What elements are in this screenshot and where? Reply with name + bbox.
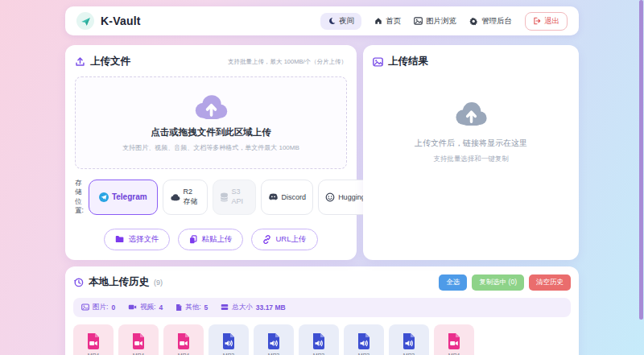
stat-file-icon bbox=[175, 303, 182, 312]
file-card[interactable]: MP3 bbox=[208, 324, 249, 355]
history-panel: 本地上传历史 (9) 全选 复制选中 (0) 清空历史 图片:0 视频:4 其他… bbox=[65, 266, 579, 355]
logout-button[interactable]: 退出 bbox=[525, 12, 568, 31]
database-icon bbox=[220, 192, 229, 202]
clear-history-button[interactable]: 清空历史 bbox=[529, 275, 571, 291]
app-title: K-Vault bbox=[101, 14, 141, 27]
file-card[interactable]: MP3 bbox=[389, 324, 429, 355]
stat-storage-icon bbox=[221, 303, 229, 311]
paper-plane-icon bbox=[80, 16, 91, 27]
video-file-icon bbox=[84, 332, 103, 351]
history-actions: 全选 复制选中 (0) 清空历史 bbox=[439, 275, 571, 291]
telegram-icon bbox=[99, 192, 109, 202]
upload-tray-icon bbox=[75, 56, 85, 67]
stat-image-icon bbox=[81, 303, 89, 311]
top-nav: 夜间 首页 图片浏览 管理后台 退出 bbox=[320, 12, 568, 31]
file-card-list: MP4MP4MP4MP3MP3MP3MP3MP3MP4 bbox=[73, 324, 571, 355]
nav-admin[interactable]: 管理后台 bbox=[469, 16, 512, 27]
video-file-icon bbox=[174, 332, 193, 351]
history-count: (9) bbox=[154, 279, 163, 287]
audio-file-icon bbox=[264, 332, 283, 351]
huggingface-icon bbox=[325, 192, 335, 202]
select-all-button[interactable]: 全选 bbox=[439, 275, 467, 291]
upload-actions-row: 选择文件 粘贴上传 URL上传 bbox=[75, 229, 347, 250]
storage-option-r2[interactable]: R2 存储 bbox=[163, 180, 208, 215]
file-card[interactable]: MP3 bbox=[344, 324, 384, 355]
nav-home[interactable]: 首页 bbox=[374, 16, 401, 27]
moon-icon bbox=[328, 17, 336, 25]
file-card[interactable]: MP4 bbox=[73, 324, 114, 355]
upload-cloud-icon bbox=[192, 93, 230, 121]
page-scrollbar[interactable] bbox=[639, 0, 643, 320]
history-title: 本地上传历史 bbox=[89, 275, 149, 289]
storage-option-s3: S3 API bbox=[213, 180, 256, 215]
stat-total-size: 总大小33.17 MB bbox=[221, 303, 285, 312]
audio-file-icon bbox=[309, 332, 328, 351]
audio-file-icon bbox=[219, 332, 238, 351]
upload-hint: 支持批量上传，最大 100MB/个（分片上传） bbox=[228, 58, 347, 66]
file-card[interactable]: MP3 bbox=[254, 324, 294, 355]
results-empty-state: 上传文件后，链接将显示在这里 支持批量选择和一键复制 bbox=[373, 101, 569, 164]
image-icon bbox=[414, 17, 423, 25]
dropzone-sub-text: 支持图片、视频、音频、文档等多种格式，单文件最大 100MB bbox=[122, 143, 299, 152]
folder-icon bbox=[115, 235, 124, 243]
audio-file-icon bbox=[399, 332, 419, 351]
page-container: K-Vault 夜间 首页 图片浏览 管理后台 退出 bbox=[65, 6, 579, 355]
storage-row: 存储位置: Telegram R2 存储 S3 API Discord bbox=[75, 179, 347, 216]
stat-video-icon bbox=[128, 303, 137, 311]
theme-toggle-button[interactable]: 夜间 bbox=[320, 13, 361, 30]
stat-others: 其他:5 bbox=[175, 303, 208, 312]
select-file-button[interactable]: 选择文件 bbox=[104, 229, 170, 250]
url-upload-button[interactable]: URL上传 bbox=[251, 229, 317, 250]
storage-label: 存储位置: bbox=[75, 179, 84, 216]
storage-option-telegram[interactable]: Telegram bbox=[89, 180, 158, 215]
copy-selected-button[interactable]: 复制选中 (0) bbox=[472, 275, 524, 291]
paste-icon bbox=[189, 235, 197, 244]
stat-images: 图片:0 bbox=[81, 303, 115, 312]
results-panel-head: 上传结果 bbox=[373, 55, 569, 68]
link-icon bbox=[262, 235, 271, 244]
empty-cloud-icon bbox=[452, 101, 489, 127]
results-empty-sub: 支持批量选择和一键复制 bbox=[433, 155, 509, 164]
history-clock-icon bbox=[73, 277, 84, 287]
file-card[interactable]: MP3 bbox=[299, 324, 339, 355]
results-panel: 上传结果 上传文件后，链接将显示在这里 支持批量选择和一键复制 bbox=[363, 45, 579, 260]
audio-file-icon bbox=[354, 332, 374, 351]
home-icon bbox=[374, 17, 382, 25]
app-logo bbox=[76, 12, 94, 30]
file-card[interactable]: MP4 bbox=[163, 324, 204, 355]
video-file-icon bbox=[129, 332, 148, 351]
upload-panel-head: 上传文件 支持批量上传，最大 100MB/个（分片上传） bbox=[75, 55, 347, 68]
history-stats-bar: 图片:0 视频:4 其他:5 总大小33.17 MB bbox=[73, 298, 571, 317]
history-head: 本地上传历史 (9) 全选 复制选中 (0) 清空历史 bbox=[73, 275, 571, 291]
dropzone-main-text: 点击或拖拽文件到此区域上传 bbox=[151, 126, 271, 138]
video-file-icon bbox=[444, 332, 464, 351]
discord-icon bbox=[268, 193, 279, 201]
main-row: 上传文件 支持批量上传，最大 100MB/个（分片上传） 点击或拖拽文件到此区域… bbox=[65, 45, 579, 260]
upload-panel-title: 上传文件 bbox=[90, 55, 130, 68]
storage-option-discord[interactable]: Discord bbox=[261, 180, 314, 215]
file-dropzone[interactable]: 点击或拖拽文件到此区域上传 支持图片、视频、音频、文档等多种格式，单文件最大 1… bbox=[75, 76, 347, 169]
gear-icon bbox=[469, 17, 478, 26]
file-card[interactable]: MP4 bbox=[434, 324, 474, 355]
results-panel-title: 上传结果 bbox=[388, 55, 428, 68]
result-image-icon bbox=[373, 57, 383, 67]
upload-panel: 上传文件 支持批量上传，最大 100MB/个（分片上传） 点击或拖拽文件到此区域… bbox=[65, 45, 357, 260]
cloud-icon bbox=[170, 193, 180, 201]
logout-icon bbox=[533, 17, 541, 25]
app-header: K-Vault 夜间 首页 图片浏览 管理后台 退出 bbox=[65, 6, 579, 35]
stat-videos: 视频:4 bbox=[128, 303, 163, 312]
nav-gallery[interactable]: 图片浏览 bbox=[414, 16, 456, 27]
file-card[interactable]: MP4 bbox=[118, 324, 159, 355]
results-empty-main: 上传文件后，链接将显示在这里 bbox=[415, 138, 527, 149]
paste-upload-button[interactable]: 粘贴上传 bbox=[178, 229, 243, 250]
